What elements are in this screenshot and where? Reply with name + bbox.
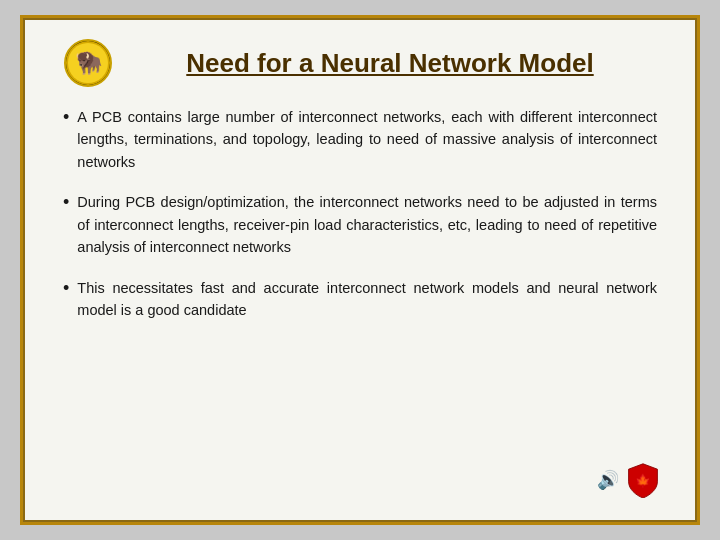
bullet-dot-1: • [63,107,69,128]
slide-footer: 🔊 🍁 [53,458,667,502]
footer-icons: 🔊 🍁 [597,462,661,498]
bullet-dot-3: • [63,278,69,299]
bullet-text-2: During PCB design/optimization, the inte… [77,191,657,258]
slide-header: 🦬 Need for a Neural Network Model [53,38,667,88]
slide-title: Need for a Neural Network Model [113,48,667,79]
svg-text:🦬: 🦬 [75,49,103,76]
speaker-icon: 🔊 [597,469,619,491]
bullet-dot-2: • [63,192,69,213]
shield-logo-icon: 🍁 [625,462,661,498]
bullet-text-1: A PCB contains large number of interconn… [77,106,657,173]
slide-content: • A PCB contains large number of interco… [53,106,667,458]
bullet-item-1: • A PCB contains large number of interco… [63,106,657,173]
slide: 🦬 Need for a Neural Network Model • A PC… [20,15,700,525]
cu-logo: 🦬 [63,38,113,88]
svg-text:🍁: 🍁 [635,473,651,489]
bullet-item-3: • This necessitates fast and accurate in… [63,277,657,322]
bullet-text-3: This necessitates fast and accurate inte… [77,277,657,322]
bullet-item-2: • During PCB design/optimization, the in… [63,191,657,258]
